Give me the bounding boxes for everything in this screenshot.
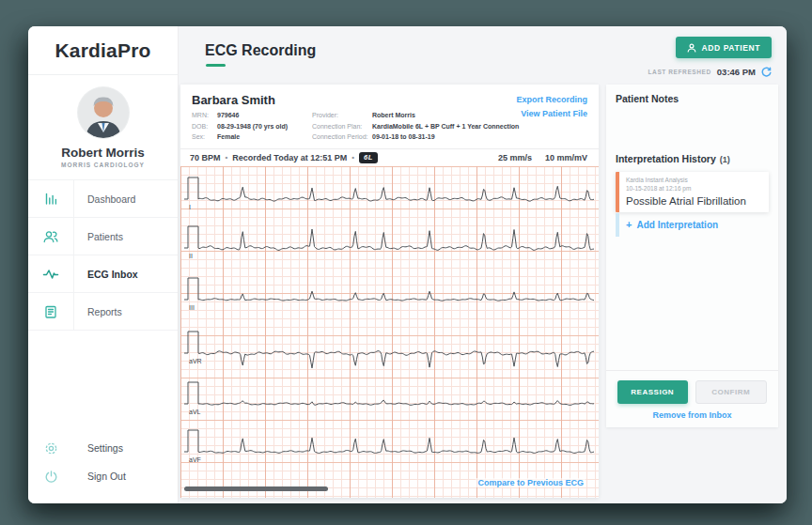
profile-organization: MORRIS CARDIOLOGY xyxy=(28,162,178,168)
add-interpretation-button[interactable]: + Add Interpretation xyxy=(616,213,769,237)
ecg-lead-trace-II xyxy=(184,226,594,250)
separator-dot: • xyxy=(226,153,228,162)
interpretation-count: (1) xyxy=(720,155,730,164)
ecg-lead-label-aVL: aVL xyxy=(189,409,200,415)
ecg-strip-header: 70 BPM • Recorded Today at 12:51 PM • 6L… xyxy=(180,148,599,166)
sidebar-item-label: Patients xyxy=(73,231,123,242)
ecg-lead-label-III: III xyxy=(189,304,195,311)
page-header: ECG Recording ADD PATIENT LAST REFRESHED… xyxy=(179,26,787,85)
sign-out-label: Sign Out xyxy=(73,471,126,482)
nav-divider xyxy=(73,180,74,331)
desktop-background: { "app": { "logo": "KardiaPro" }, "sideb… xyxy=(0,0,812,525)
report-icon xyxy=(28,304,73,319)
sidebar-nav: Dashboard Patients xyxy=(28,179,178,331)
sidebar-item-reports[interactable]: Reports xyxy=(28,293,178,331)
last-refreshed-time: 03:46 PM xyxy=(717,67,756,77)
patient-info-header: Barbara Smith MRN:979646 DOB:08-29-1948 … xyxy=(180,85,599,148)
ecg-lead-label-II: II xyxy=(189,253,193,259)
people-icon xyxy=(28,229,73,244)
sidebar-item-patients[interactable]: Patients xyxy=(28,218,178,255)
app-logo: KardiaPro xyxy=(28,26,178,75)
ecg-waveform-grid[interactable]: Compare to Previous ECG IIIIIIaVRaVLaVF xyxy=(180,166,599,499)
sidebar-item-label: ECG Inbox xyxy=(73,269,138,280)
field-value: Female xyxy=(217,131,240,143)
interpretation-result: Possible Atrial Fibrillation xyxy=(626,195,762,207)
add-patient-button[interactable]: ADD PATIENT xyxy=(676,37,772,58)
sidebar-item-label: Reports xyxy=(73,306,122,317)
compare-previous-ecg-link[interactable]: Compare to Previous ECG xyxy=(476,478,586,487)
patient-plan-info: Provider:Robert Morris Connection Plan:K… xyxy=(312,110,519,143)
refresh-icon[interactable] xyxy=(761,67,772,77)
reassign-button[interactable]: REASSIGN xyxy=(617,380,688,404)
ecg-lead-trace-aVR xyxy=(184,332,594,368)
panel-spacer xyxy=(616,237,769,370)
content-area: Barbara Smith MRN:979646 DOB:08-29-1948 … xyxy=(179,85,787,503)
page-title: ECG Recording xyxy=(205,42,316,59)
add-person-icon xyxy=(687,43,696,53)
interpretation-entry[interactable]: Kardia Instant Analysis 10-15-2018 at 12… xyxy=(616,172,769,212)
separator-dot: • xyxy=(351,153,354,162)
last-refreshed: LAST REFRESHED 03:46 PM xyxy=(648,67,772,77)
ecg-lead-label-I: I xyxy=(189,204,191,210)
field-label: Sex: xyxy=(192,131,217,143)
field-value: 979646 xyxy=(217,110,239,121)
horizontal-scrollbar-thumb[interactable] xyxy=(184,486,328,491)
field-label: DOB: xyxy=(192,121,217,132)
power-icon xyxy=(28,470,73,484)
interpretation-history-header: Interpretation History (1) xyxy=(616,153,769,164)
paper-speed-value: 25 mm/s xyxy=(498,153,532,162)
profile-section: Robert Morris MORRIS CARDIOLOGY xyxy=(28,75,178,179)
interpretation-timestamp: 10-15-2018 at 12:16 pm xyxy=(626,185,762,193)
view-patient-file-link[interactable]: View Patient File xyxy=(516,107,587,121)
avatar xyxy=(78,87,129,138)
profile-name: Robert Morris xyxy=(28,146,178,160)
recorded-timestamp: Recorded Today at 12:51 PM xyxy=(232,153,347,162)
gear-icon xyxy=(28,441,73,456)
field-label: Connection Plan: xyxy=(312,121,372,132)
bpm-value: 70 BPM xyxy=(190,153,221,162)
main-area: ECG Recording ADD PATIENT LAST REFRESHED… xyxy=(179,26,787,503)
patient-notes-panel: Patient Notes Interpretation History (1)… xyxy=(606,85,778,427)
pulse-icon xyxy=(28,267,73,282)
field-label: MRN: xyxy=(192,110,217,121)
sidebar-item-dashboard[interactable]: Dashboard xyxy=(28,180,178,218)
plus-icon: + xyxy=(626,221,632,229)
add-interpretation-label: Add Interpretation xyxy=(636,220,718,230)
bar-chart-icon xyxy=(28,191,73,207)
ecg-lead-label-aVR: aVR xyxy=(189,358,202,364)
interpretation-source: Kardia Instant Analysis xyxy=(626,177,762,185)
remove-from-inbox-link[interactable]: Remove from Inbox xyxy=(616,410,769,420)
field-label: Connection Period: xyxy=(312,131,372,143)
ecg-lead-trace-aVL xyxy=(184,382,594,405)
sidebar-spacer xyxy=(28,331,178,434)
gain-value: 10 mm/mV xyxy=(545,153,587,162)
settings-button[interactable]: Settings xyxy=(28,434,178,462)
export-recording-link[interactable]: Export Recording xyxy=(516,93,587,107)
action-buttons-row: REASSIGN CONFIRM xyxy=(616,371,769,410)
six-lead-badge: 6L xyxy=(359,152,378,163)
field-value: 08-29-1948 (70 yrs old) xyxy=(217,121,288,132)
sidebar-footer: Settings Sign Out xyxy=(28,434,178,503)
interpretation-history-title: Interpretation History xyxy=(616,153,716,164)
sidebar: KardiaPro Robert Morris MORRIS CARDIOLO xyxy=(28,26,179,503)
last-refreshed-label: LAST REFRESHED xyxy=(648,69,711,75)
settings-label: Settings xyxy=(73,442,123,454)
ecg-trace-svg xyxy=(180,166,599,499)
sign-out-button[interactable]: Sign Out xyxy=(28,462,178,490)
ecg-lead-trace-I xyxy=(184,178,594,201)
sidebar-item-ecg-inbox[interactable]: ECG Inbox xyxy=(28,255,178,293)
field-value: KardiaMobile 6L + BP Cuff + 1 Year Conne… xyxy=(372,121,519,132)
ecg-recording-card: Barbara Smith MRN:979646 DOB:08-29-1948 … xyxy=(180,85,599,498)
field-value: Robert Morris xyxy=(372,110,415,121)
title-accent-bar xyxy=(206,64,226,67)
patient-notes-title: Patient Notes xyxy=(616,93,769,104)
app-window: KardiaPro Robert Morris MORRIS CARDIOLO xyxy=(28,26,787,503)
ecg-lead-trace-III xyxy=(184,278,594,301)
patient-demographics: MRN:979646 DOB:08-29-1948 (70 yrs old) S… xyxy=(192,110,312,143)
ecg-lead-label-aVF: aVF xyxy=(189,456,201,463)
confirm-button[interactable]: CONFIRM xyxy=(695,380,768,404)
sidebar-item-label: Dashboard xyxy=(73,193,135,205)
patient-notes-empty-area xyxy=(616,104,769,153)
field-value: 09-01-18 to 08-31-19 xyxy=(372,131,435,143)
ecg-lead-trace-aVF xyxy=(184,430,594,454)
